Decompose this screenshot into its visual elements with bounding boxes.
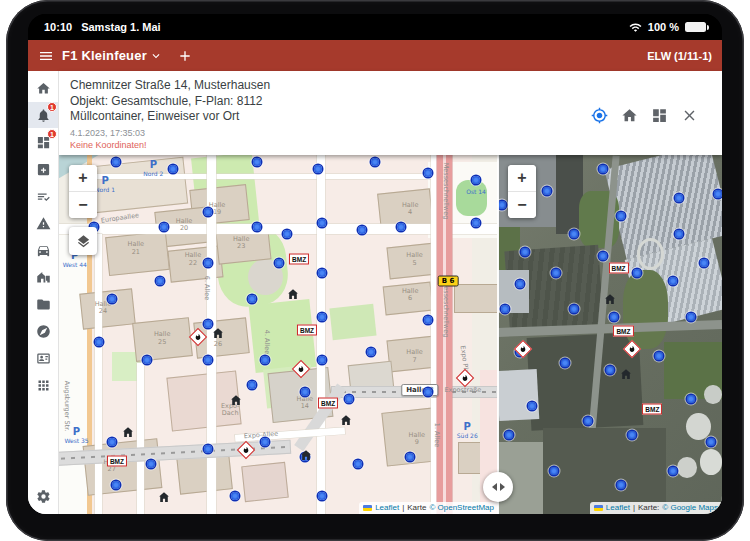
zoom-in-button[interactable]: + <box>69 165 97 192</box>
map-dot-marker[interactable] <box>528 402 536 410</box>
map-dot-marker[interactable] <box>570 305 578 313</box>
map-dot-marker[interactable] <box>521 248 529 256</box>
map-dot-marker[interactable] <box>248 295 256 303</box>
map-dot-marker[interactable] <box>633 269 641 277</box>
sidebar-item-app-grid[interactable] <box>28 372 58 398</box>
map-dot-marker[interactable] <box>261 438 269 446</box>
map-dot-marker[interactable] <box>204 208 212 216</box>
add-alarm-button[interactable] <box>177 48 193 64</box>
map-dot-marker[interactable] <box>669 277 677 285</box>
map-dot-marker[interactable] <box>160 223 168 231</box>
map-dot-marker[interactable] <box>543 187 551 195</box>
map-dot-marker[interactable] <box>599 165 607 173</box>
sidebar-item-medical-cross[interactable] <box>28 156 58 182</box>
map-dot-marker[interactable] <box>675 230 683 238</box>
map-dot-marker[interactable] <box>584 417 592 425</box>
house-marker[interactable] <box>340 413 353 426</box>
bmz-marker[interactable]: BMZ <box>642 404 662 415</box>
settings-gear-icon[interactable] <box>36 489 51 504</box>
sidebar-item-folder[interactable] <box>28 291 58 317</box>
map-dot-marker[interactable] <box>108 295 116 303</box>
map-dot-marker[interactable] <box>599 252 607 260</box>
close-button[interactable] <box>681 107 698 124</box>
map-dot-marker[interactable] <box>156 277 164 285</box>
hamburger-menu-icon[interactable] <box>38 48 54 64</box>
map-dot-marker[interactable] <box>147 460 155 468</box>
map-dot-marker[interactable] <box>371 158 379 166</box>
map-dot-marker[interactable] <box>501 305 509 313</box>
bmz-marker[interactable]: BMZ <box>608 263 628 274</box>
map-dot-marker[interactable] <box>700 259 708 267</box>
map-dot-marker[interactable] <box>516 280 524 288</box>
map-dot-marker[interactable] <box>318 313 326 321</box>
house-marker[interactable] <box>619 367 632 380</box>
map-dot-marker[interactable] <box>231 492 239 500</box>
sidebar-item-warning-triangle[interactable] <box>28 210 58 236</box>
map-dot-marker[interactable] <box>204 259 212 267</box>
sidebar-item-checklist[interactable] <box>28 183 58 209</box>
map-dot-marker[interactable] <box>714 190 722 198</box>
map-dot-marker[interactable] <box>397 223 405 231</box>
map-compare-handle[interactable] <box>483 472 513 502</box>
map-dot-marker[interactable] <box>628 431 636 439</box>
leaflet-link[interactable]: Leaflet <box>606 503 630 512</box>
map-street-panel[interactable]: + − Leaflet | Karte © OpenStreetMap <box>59 155 498 514</box>
map-dot-marker[interactable] <box>253 158 261 166</box>
map-dot-marker[interactable] <box>204 445 212 453</box>
house-marker[interactable] <box>604 292 617 305</box>
map-dot-marker[interactable] <box>143 356 151 364</box>
sidebar-item-alarm-bell[interactable]: 1 <box>28 102 58 128</box>
house-marker[interactable] <box>211 327 224 340</box>
dashboard-small-button[interactable] <box>651 107 668 124</box>
sidebar-item-contact-card[interactable] <box>28 345 58 371</box>
map-dot-marker[interactable] <box>498 201 506 209</box>
house-marker[interactable] <box>229 393 242 406</box>
map-dot-marker[interactable] <box>204 356 212 364</box>
google-link[interactable]: © Google Maps <box>662 503 718 512</box>
map-dot-marker[interactable] <box>424 316 432 324</box>
bmz-marker[interactable]: BMZ <box>107 455 127 466</box>
map-dot-marker[interactable] <box>108 438 116 446</box>
sidebar-item-dashboard[interactable]: 1 <box>28 129 58 155</box>
map-dot-marker[interactable] <box>687 395 695 403</box>
map-dot-marker[interactable] <box>318 269 326 277</box>
home-small-button[interactable] <box>621 107 638 124</box>
map-dot-marker[interactable] <box>610 313 618 321</box>
house-marker[interactable] <box>286 287 299 300</box>
alarm-selector[interactable]: F1 Kleinfeuer <box>62 48 163 63</box>
sidebar-item-home[interactable] <box>28 75 58 101</box>
sidebar-item-building[interactable] <box>28 264 58 290</box>
map-dot-marker[interactable] <box>472 176 480 184</box>
leaflet-link[interactable]: Leaflet <box>375 503 399 512</box>
house-marker[interactable] <box>121 426 134 439</box>
map-dot-marker[interactable] <box>318 219 326 227</box>
map-dot-marker[interactable] <box>253 223 261 231</box>
map-dot-marker[interactable] <box>552 269 560 277</box>
map-dot-marker[interactable] <box>617 481 625 489</box>
map-dot-marker[interactable] <box>314 165 322 173</box>
map-dot-marker[interactable] <box>424 169 432 177</box>
map-dot-marker[interactable] <box>112 481 120 489</box>
map-dot-marker[interactable] <box>669 467 677 475</box>
bmz-marker[interactable]: BMZ <box>613 325 633 336</box>
map-dot-marker[interactable] <box>358 226 366 234</box>
layers-button[interactable] <box>69 227 97 255</box>
map-dot-marker[interactable] <box>606 366 614 374</box>
zoom-out-button[interactable]: − <box>69 192 97 218</box>
map-dot-marker[interactable] <box>406 453 414 461</box>
map-dot-marker[interactable] <box>655 352 663 360</box>
map-dot-marker[interactable] <box>675 194 683 202</box>
map-dot-marker[interactable] <box>345 395 353 403</box>
bmz-marker[interactable]: BMZ <box>289 254 309 265</box>
sidebar-item-compass[interactable] <box>28 318 58 344</box>
map-dot-marker[interactable] <box>275 259 283 267</box>
bmz-marker[interactable]: BMZ <box>297 324 317 335</box>
map-dot-marker[interactable] <box>550 467 558 475</box>
map-dot-marker[interactable] <box>561 359 569 367</box>
map-dot-marker[interactable] <box>318 492 326 500</box>
house-marker[interactable] <box>157 491 170 504</box>
osm-link[interactable]: © OpenStreetMap <box>429 503 494 512</box>
map-dot-marker[interactable] <box>472 219 480 227</box>
sidebar-item-vehicle[interactable] <box>28 237 58 263</box>
house-marker[interactable] <box>300 449 313 462</box>
